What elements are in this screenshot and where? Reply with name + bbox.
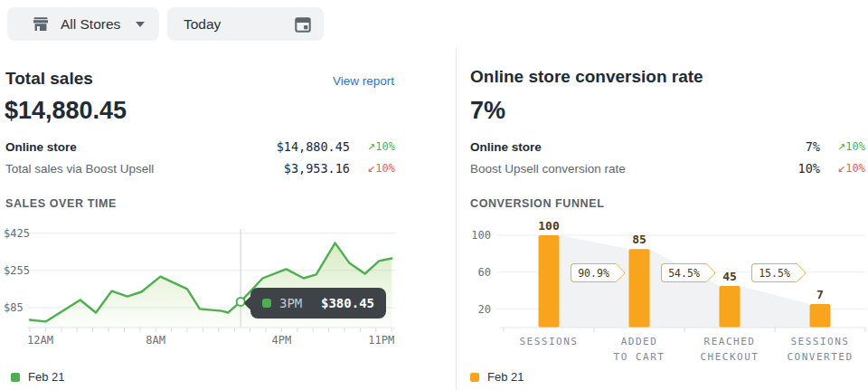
total-sales-breakdown: Online store$14,880.45↗10%Total sales vi… <box>5 136 395 179</box>
funnel-drop-badge: 90.9% <box>571 263 616 282</box>
sales-over-time-chart[interactable]: $425$255$8512AM8AM4PM11PM <box>0 217 457 369</box>
stat-row-label: Online store <box>5 140 277 154</box>
total-sales-card: Total sales View report $14,880.45 Onlin… <box>0 47 457 390</box>
chart-tooltip: 3PM $380.45 <box>250 288 386 319</box>
tooltip-value: $380.45 <box>321 296 374 310</box>
sales-legend: Feb 21 <box>11 370 64 384</box>
conversion-rate-card: Online store conversion rate 7% Online s… <box>457 47 868 390</box>
stat-row-value: 10% <box>798 161 820 176</box>
svg-text:REACHED: REACHED <box>704 336 756 347</box>
svg-text:11PM: 11PM <box>368 334 394 347</box>
delta-arrow-icon: ↗ <box>367 141 375 153</box>
svg-text:20: 20 <box>478 303 491 316</box>
tooltip-time-label: 3PM <box>279 296 302 310</box>
store-selector-button[interactable]: All Stores <box>7 7 159 41</box>
delta-arrow-icon: ↗ <box>837 141 845 153</box>
topbar: All Stores Today <box>0 0 868 47</box>
svg-text:60: 60 <box>478 266 491 279</box>
svg-text:85: 85 <box>632 233 646 246</box>
date-selector-button[interactable]: Today <box>167 7 324 41</box>
stat-row-value: $14,880.45 <box>277 139 350 154</box>
conversion-value: 7% <box>470 97 505 125</box>
stat-row-delta: ↗10% <box>827 140 865 153</box>
view-report-link[interactable]: View report <box>333 74 394 88</box>
funnel-legend: Feb 21 <box>470 370 524 384</box>
calendar-icon <box>293 14 313 34</box>
total-sales-title: Total sales <box>5 69 93 89</box>
conversion-funnel-chart[interactable]: 100602010085457SESSIONSADDEDTO CARTREACH… <box>457 217 868 382</box>
svg-text:4PM: 4PM <box>272 334 292 347</box>
svg-text:7: 7 <box>816 288 824 301</box>
conversion-breakdown: Online store7%↗10%Boost Upsell conversio… <box>470 136 865 179</box>
legend-swatch-green <box>11 373 20 382</box>
delta-arrow-icon: ↙ <box>837 163 845 175</box>
store-selector-label: All Stores <box>61 16 120 33</box>
delta-arrow-icon: ↙ <box>367 163 375 175</box>
stat-row-value: 7% <box>806 139 820 154</box>
svg-text:8AM: 8AM <box>146 334 165 347</box>
stat-row: Online store$14,880.45↗10% <box>5 136 395 157</box>
svg-text:TO CART: TO CART <box>614 351 665 363</box>
storefront-icon <box>31 14 51 34</box>
svg-text:ADDED: ADDED <box>621 336 658 347</box>
conversion-title: Online store conversion rate <box>470 67 703 87</box>
stat-row-delta: ↙10% <box>827 162 865 175</box>
legend-label: Feb 21 <box>487 370 524 384</box>
svg-text:45: 45 <box>722 270 737 283</box>
stat-row-value: $3,953.16 <box>284 161 350 176</box>
total-sales-value: $14,880.45 <box>5 97 127 125</box>
tooltip-series-swatch <box>262 299 271 308</box>
stat-row-label: Boost Upsell conversion rate <box>470 162 798 176</box>
legend-label: Feb 21 <box>28 370 64 384</box>
stat-row-label: Online store <box>470 140 806 154</box>
sales-over-time-heading: SALES OVER TIME <box>5 197 117 210</box>
svg-text:SESSIONS: SESSIONS <box>791 336 850 347</box>
legend-swatch-orange <box>470 373 479 382</box>
svg-text:12AM: 12AM <box>27 334 53 347</box>
dashboard-panels: Total sales View report $14,880.45 Onlin… <box>0 47 868 390</box>
svg-text:$425: $425 <box>4 227 30 240</box>
svg-text:$255: $255 <box>4 264 30 277</box>
stat-row-delta: ↙10% <box>357 162 395 175</box>
svg-text:100: 100 <box>471 229 491 242</box>
svg-text:CONVERTED: CONVERTED <box>787 351 853 363</box>
conversion-funnel-heading: CONVERSION FUNNEL <box>470 197 604 210</box>
chevron-down-icon <box>136 22 145 27</box>
stat-row: Boost Upsell conversion rate10%↙10% <box>470 157 865 179</box>
stat-row: Total sales via Boost Upsell$3,953.16↙10… <box>5 157 395 179</box>
svg-text:SESSIONS: SESSIONS <box>520 336 579 347</box>
funnel-drop-badge: 54.5% <box>661 263 706 282</box>
stat-row-delta: ↗10% <box>357 140 395 153</box>
stat-row: Online store7%↗10% <box>470 136 865 157</box>
funnel-drop-badge: 15.5% <box>751 263 797 282</box>
svg-text:CHECKOUT: CHECKOUT <box>701 351 760 363</box>
svg-text:$85: $85 <box>4 301 24 314</box>
svg-text:100: 100 <box>538 219 560 233</box>
stat-row-label: Total sales via Boost Upsell <box>5 162 284 176</box>
date-selector-label: Today <box>184 16 221 33</box>
